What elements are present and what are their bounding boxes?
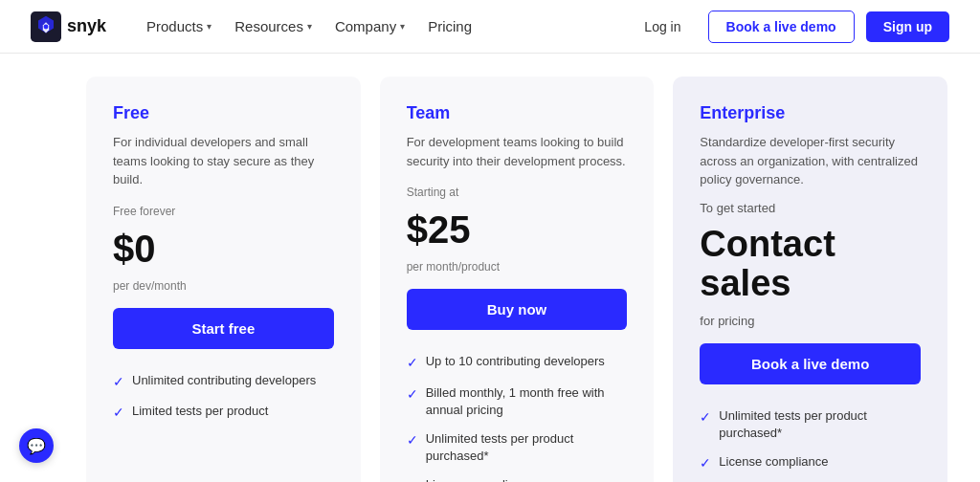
pricing-section: Free For individual developers and small… bbox=[0, 54, 980, 482]
contact-sales: Contact sales bbox=[700, 225, 921, 305]
for-pricing: for pricing bbox=[700, 314, 921, 328]
chevron-down-icon: ▾ bbox=[400, 21, 405, 32]
chat-icon: 💬 bbox=[27, 437, 46, 455]
check-icon: ✓ bbox=[407, 477, 418, 482]
list-item: ✓ License compliance bbox=[407, 476, 628, 482]
team-features: ✓ Up to 10 contributing developers ✓ Bil… bbox=[407, 353, 628, 482]
nav-actions: Log in Book a live demo Sign up bbox=[629, 11, 949, 43]
check-icon: ✓ bbox=[113, 404, 124, 423]
plan-name-free: Free bbox=[113, 103, 334, 123]
free-cta-button[interactable]: Start free bbox=[113, 308, 334, 349]
plan-name-enterprise: Enterprise bbox=[700, 103, 921, 123]
check-icon: ✓ bbox=[407, 431, 418, 450]
plan-desc-free: For individual developers and small team… bbox=[113, 133, 334, 189]
enterprise-cta-button[interactable]: Book a live demo bbox=[700, 343, 921, 384]
chevron-down-icon: ▾ bbox=[207, 21, 212, 32]
plan-desc-team: For development teams looking to build s… bbox=[407, 133, 628, 170]
plan-card-free: Free For individual developers and small… bbox=[86, 77, 361, 482]
navbar: snyk Products ▾ Resources ▾ Company ▾ Pr… bbox=[0, 0, 980, 54]
list-item: ✓ Up to 10 contributing developers bbox=[407, 353, 628, 373]
list-item: ✓ Unlimited contributing developers bbox=[113, 372, 334, 392]
plan-period-free: per dev/month bbox=[113, 279, 334, 293]
to-get-started: To get started bbox=[700, 201, 921, 215]
list-item: ✓ Billed monthly, 1 month free with annu… bbox=[407, 384, 628, 419]
check-icon: ✓ bbox=[700, 454, 711, 473]
plan-price-label-team: Starting at bbox=[407, 186, 628, 199]
list-item: ✓ Limited tests per product bbox=[113, 403, 334, 423]
plan-card-team: Team For development teams looking to bu… bbox=[380, 77, 655, 482]
nav-resources[interactable]: Resources ▾ bbox=[225, 12, 322, 40]
check-icon: ✓ bbox=[407, 354, 418, 373]
enterprise-features: ✓ Unlimited tests per product purchased*… bbox=[700, 407, 921, 482]
plan-card-enterprise: Enterprise Standardize developer-first s… bbox=[673, 77, 947, 482]
list-item: ✓ Unlimited tests per product purchased* bbox=[407, 430, 628, 465]
list-item: ✓ License compliance bbox=[700, 453, 921, 473]
nav-products[interactable]: Products ▾ bbox=[137, 12, 221, 40]
chevron-down-icon: ▾ bbox=[307, 21, 312, 32]
free-features: ✓ Unlimited contributing developers ✓ Li… bbox=[113, 372, 334, 423]
team-cta-button[interactable]: Buy now bbox=[407, 289, 628, 330]
nav-links: Products ▾ Resources ▾ Company ▾ Pricing bbox=[137, 12, 629, 40]
nav-company[interactable]: Company ▾ bbox=[325, 12, 414, 40]
plan-price-label-free: Free forever bbox=[113, 205, 334, 218]
plan-period-team: per month/product bbox=[407, 260, 628, 274]
check-icon: ✓ bbox=[700, 408, 711, 427]
plan-name-team: Team bbox=[407, 103, 628, 123]
check-icon: ✓ bbox=[407, 385, 418, 405]
logo[interactable]: snyk bbox=[31, 11, 106, 42]
logo-text: snyk bbox=[67, 16, 106, 36]
login-button[interactable]: Log in bbox=[629, 11, 696, 42]
list-item: ✓ Unlimited tests per product purchased* bbox=[700, 407, 921, 442]
chat-button[interactable]: 💬 bbox=[19, 428, 54, 463]
book-demo-button[interactable]: Book a live demo bbox=[708, 11, 855, 43]
check-icon: ✓ bbox=[113, 373, 124, 392]
nav-pricing[interactable]: Pricing bbox=[418, 12, 481, 40]
plan-desc-enterprise: Standardize developer-first security acr… bbox=[700, 133, 921, 189]
plan-price-free: $0 bbox=[113, 228, 334, 270]
svg-point-1 bbox=[44, 24, 49, 29]
signup-button[interactable]: Sign up bbox=[866, 11, 949, 42]
plan-price-team: $25 bbox=[407, 208, 628, 251]
